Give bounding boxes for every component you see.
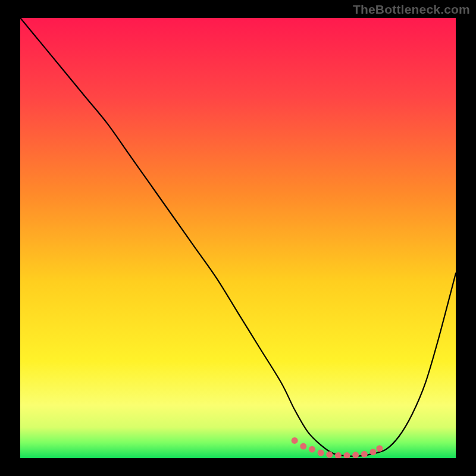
marker-point [361,451,368,458]
marker-point [309,446,315,453]
chart-frame: TheBottleneck.com [0,0,476,476]
marker-point [369,449,376,455]
marker-point [300,443,306,450]
bottleneck-chart [20,18,456,458]
plot-area [20,18,456,458]
marker-point [376,445,383,452]
gradient-background [20,18,456,458]
marker-point [318,450,324,456]
marker-point [352,452,359,458]
marker-point [326,452,333,458]
watermark-text: TheBottleneck.com [353,2,470,17]
marker-point [292,437,298,444]
